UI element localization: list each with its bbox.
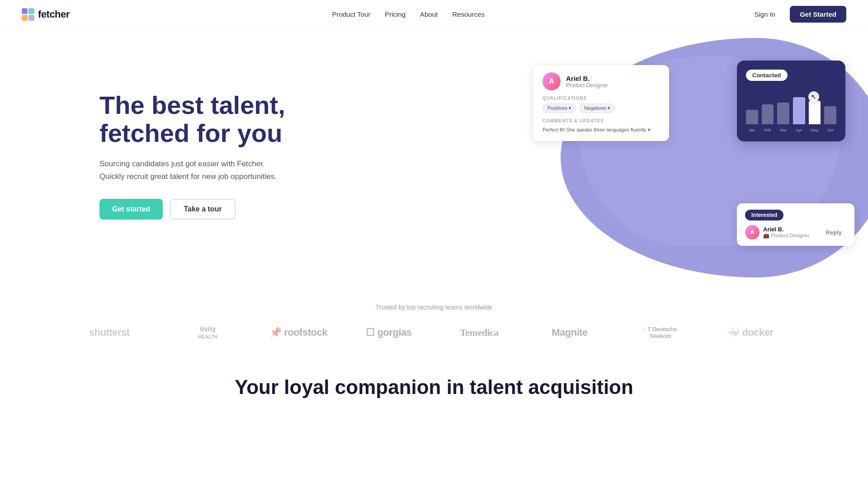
briefcase-icon: 💼	[763, 233, 771, 238]
take-tour-button[interactable]: Take a tour	[170, 199, 235, 220]
logo-temedica: Temedica	[434, 327, 524, 338]
logo-shutterstock: shutterstock	[72, 327, 163, 338]
navigation: fetcher Product Tour Pricing About Resou…	[0, 0, 868, 29]
reply-card: Interested A Ariel B. 💼 Product Designer…	[737, 203, 854, 246]
logo-text: fetcher	[38, 9, 70, 20]
logo-gorgias: ☐ gorgias	[344, 327, 434, 338]
negatives-tag: Negatives ▾	[579, 103, 615, 113]
month-feb: Feb	[762, 128, 774, 132]
candidate-comment: Perfect fit! She speaks three languages …	[542, 126, 660, 134]
hero-content: The best talent, fetched for you Sourcin…	[99, 91, 285, 220]
svg-rect-3	[28, 15, 34, 21]
chart-card: Contacted Jan Feb Mar Apr May Jun	[737, 61, 845, 141]
candidate-name: Ariel B.	[566, 75, 608, 82]
month-jan: Jan	[746, 128, 758, 132]
bar-feb	[762, 104, 774, 124]
trusted-label: Trusted by top recruiting teams worldwid…	[0, 304, 868, 311]
nav-about[interactable]: About	[420, 10, 438, 18]
docker-logo-text: 🐳 docker	[727, 327, 773, 338]
cursor-indicator: ↖	[808, 91, 819, 102]
month-apr: Apr	[793, 128, 805, 132]
bottom-heading: Your loyal companion in talent acquisiti…	[0, 376, 868, 399]
gorgias-logo-text: ☐ gorgias	[366, 327, 411, 338]
reply-candidate-role: 💼 Product Designer	[763, 233, 809, 239]
nav-resources[interactable]: Resources	[452, 10, 485, 18]
logo-magnite: Magnite	[524, 327, 615, 338]
roofstock-logo-text: 📌 roofstock	[269, 327, 327, 338]
nav-actions: Sign In Get Started	[747, 6, 846, 23]
signin-button[interactable]: Sign In	[747, 7, 783, 22]
reply-button[interactable]: Reply	[821, 227, 846, 238]
month-jun: Jun	[824, 128, 836, 132]
logo[interactable]: fetcher	[22, 8, 70, 21]
logo-docker: 🐳 docker	[705, 327, 796, 338]
candidate-info: Ariel B. Product Designer	[566, 75, 608, 89]
bar-jun	[824, 106, 836, 124]
contacted-badge: Contacted	[746, 70, 788, 81]
comments-label: COMMENTS & UPDATES	[542, 118, 660, 123]
reply-info: A Ariel B. 💼 Product Designer	[745, 225, 809, 239]
hero-heading: The best talent, fetched for you	[99, 91, 285, 147]
bar-apr	[793, 97, 805, 124]
logo-icon	[22, 8, 34, 21]
trusted-section: Trusted by top recruiting teams worldwid…	[0, 282, 868, 354]
getstarted-nav-button[interactable]: Get Started	[790, 6, 846, 23]
temedica-logo-text: Temedica	[460, 327, 499, 338]
bar-jan	[746, 110, 758, 124]
reply-candidate-name: Ariel B.	[763, 226, 809, 233]
chart-bars	[746, 88, 836, 124]
blob-background	[561, 38, 868, 277]
blob-inner	[579, 56, 841, 246]
candidate-header: A Ariel B. Product Designer	[542, 72, 660, 90]
candidate-avatar: A	[542, 72, 561, 90]
hero-section: The best talent, fetched for you Sourcin…	[0, 29, 868, 282]
bar-may	[809, 101, 821, 124]
deutsche-telekom-logo-text: ·· T DeutscheTelekom	[643, 326, 677, 339]
logo-roofstock: 📌 roofstock	[253, 327, 344, 338]
candidate-card: A Ariel B. Product Designer QUALIFICATIO…	[533, 65, 669, 141]
reply-candidate-info: Ariel B. 💼 Product Designer	[763, 226, 809, 239]
logo-deutsche-telekom: ·· T DeutscheTelekom	[615, 326, 705, 339]
bar-mar	[777, 103, 789, 124]
magnite-logo-text: Magnite	[552, 327, 588, 338]
month-may: May	[809, 128, 821, 132]
hero-buttons: Get started Take a tour	[99, 199, 285, 220]
svg-rect-0	[22, 8, 28, 14]
reply-avatar: A	[745, 225, 760, 239]
qualification-tags: Positives ▾ Negatives ▾	[542, 103, 660, 113]
reply-header: A Ariel B. 💼 Product Designer Reply	[745, 225, 846, 239]
candidate-role: Product Designer	[566, 82, 608, 89]
hero-illustration: A Ariel B. Product Designer QUALIFICATIO…	[524, 29, 868, 282]
interested-badge: Interested	[745, 210, 783, 221]
positives-tag: Positives ▾	[542, 103, 576, 113]
svg-rect-2	[22, 15, 28, 21]
qualifications-label: QUALIFICATIONS	[542, 96, 660, 101]
get-started-button[interactable]: Get started	[99, 199, 163, 220]
nav-pricing[interactable]: Pricing	[385, 10, 406, 18]
tivity-logo-text: tivityHEALTH	[198, 325, 218, 340]
chart-months: Jan Feb Mar Apr May Jun	[746, 128, 836, 132]
shutterstock-logo-text: shutterstock	[89, 327, 146, 338]
month-mar: Mar	[777, 128, 789, 132]
bottom-section: Your loyal companion in talent acquisiti…	[0, 354, 868, 399]
hero-subtext: Sourcing candidates just got easier with…	[99, 158, 285, 182]
nav-product-tour[interactable]: Product Tour	[332, 10, 370, 18]
logo-tivity: tivityHEALTH	[163, 325, 253, 340]
svg-rect-1	[28, 8, 34, 14]
nav-links: Product Tour Pricing About Resources	[332, 10, 485, 18]
logos-row: shutterstock tivityHEALTH 📌 roofstock ☐ …	[0, 325, 868, 340]
